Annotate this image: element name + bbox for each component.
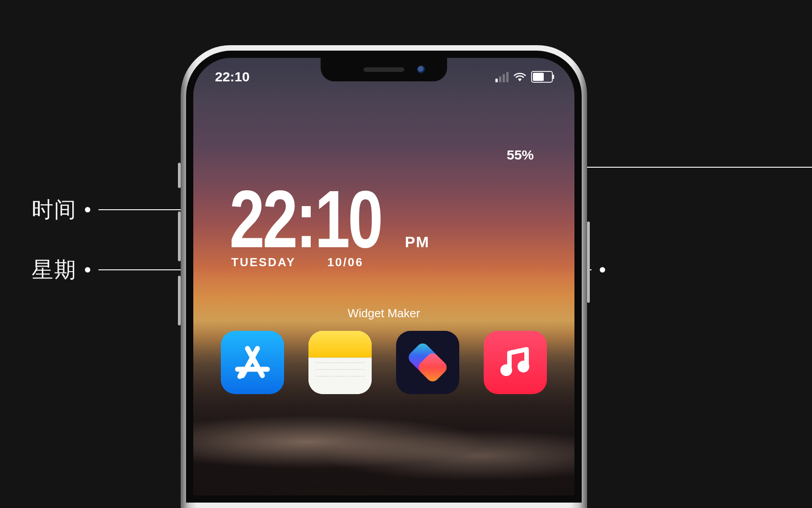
- phone-screen: 22:10: [193, 58, 574, 495]
- dot-icon: [600, 267, 605, 273]
- annotation-week-label: 星期: [32, 255, 77, 284]
- mute-switch[interactable]: [178, 163, 181, 188]
- widget-ampm: PM: [405, 233, 429, 251]
- app-shortcuts[interactable]: [396, 331, 459, 394]
- app-notes[interactable]: [308, 331, 372, 394]
- widget-time: 22:10: [229, 184, 381, 254]
- power-button[interactable]: [587, 221, 590, 303]
- music-note-icon: [497, 344, 534, 381]
- volume-up-button[interactable]: [178, 212, 181, 261]
- wallpaper-clouds: [193, 401, 574, 495]
- status-bar: 22:10: [193, 68, 574, 86]
- home-apps-row: [193, 331, 574, 394]
- status-time: 22:10: [215, 69, 250, 85]
- widget-battery-text: 55%: [507, 147, 534, 163]
- svg-line-4: [240, 372, 242, 376]
- svg-point-7: [500, 364, 512, 376]
- phone-bezel: 22:10: [186, 51, 582, 503]
- notes-header-icon: [308, 331, 372, 357]
- dot-icon: [85, 267, 90, 273]
- widget-app-label: Widget Maker: [193, 306, 574, 320]
- shortcuts-icon: [403, 338, 453, 387]
- app-music[interactable]: [484, 331, 547, 394]
- app-appstore[interactable]: [221, 331, 284, 394]
- dot-icon: [85, 207, 90, 212]
- appstore-icon: [232, 342, 273, 383]
- phone-frame: 22:10: [181, 45, 587, 508]
- notes-lines-icon: [308, 357, 372, 394]
- wifi-icon: [513, 72, 527, 82]
- volume-down-button[interactable]: [178, 276, 181, 325]
- cellular-signal-icon: [495, 72, 509, 82]
- battery-icon: [531, 71, 553, 83]
- svg-point-8: [518, 361, 529, 372]
- annotation-time-label: 时间: [32, 195, 77, 224]
- clock-widget[interactable]: 55% 22:10 PM TUESDAY 10/06: [229, 184, 538, 269]
